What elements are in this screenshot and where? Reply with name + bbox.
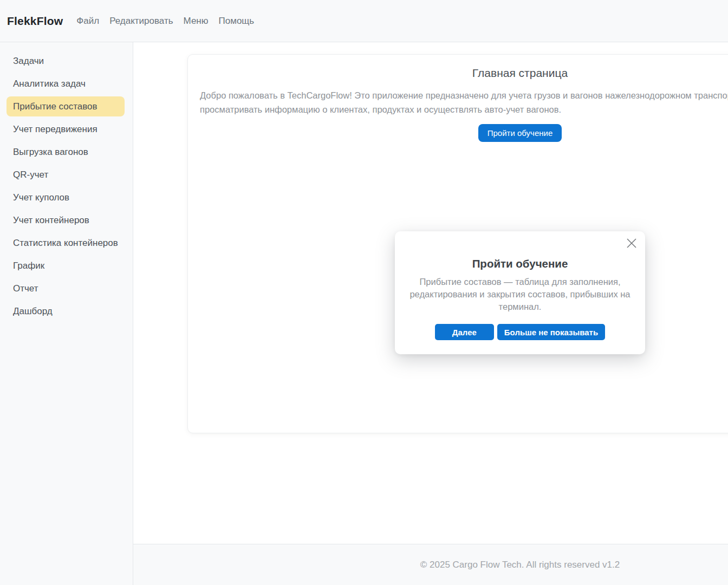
training-modal: Пройти обучение Прибытие составов — табл… <box>395 231 645 354</box>
sidebar-item-tasks[interactable]: Задачи <box>6 51 125 71</box>
modal-description-line: редактирования и закрытия составов, приб… <box>395 288 645 301</box>
dont-show-again-button[interactable]: Больше не показывать <box>497 324 605 340</box>
close-icon <box>626 237 638 249</box>
sidebar-item-task-analytics[interactable]: Аналитика задач <box>6 74 125 94</box>
sidebar-item-wagon-unloading[interactable]: Выгрузка вагонов <box>6 142 125 162</box>
modal-description: Прибытие составов — таблица для заполнен… <box>395 276 645 313</box>
start-training-button[interactable]: Пройти обучение <box>478 124 562 142</box>
copyright-text: © 2025 Cargo Flow Tech. All rights reser… <box>187 560 728 570</box>
sidebar-item-movement-log[interactable]: Учет передвижения <box>6 119 125 139</box>
sidebar-item-container-stats[interactable]: Статистика контейнеров <box>6 233 125 253</box>
menu-menu[interactable]: Меню <box>184 16 209 27</box>
menu-edit[interactable]: Редактировать <box>109 16 173 27</box>
app-window: FlekkFlow Файл Редактировать Меню Помощь… <box>0 0 728 585</box>
top-nav: Файл Редактировать Меню Помощь <box>76 16 254 27</box>
welcome-text-line: просматривать информацию о клиентах, про… <box>200 102 728 116</box>
welcome-text-line: Добро пожаловать в TechCargoFlow! Это пр… <box>200 88 728 102</box>
top-menu-bar: FlekkFlow Файл Редактировать Меню Помощь <box>0 0 728 42</box>
modal-title: Пройти обучение <box>395 231 645 270</box>
modal-buttons-row: Далее Больше не показывать <box>395 324 645 340</box>
modal-close-button[interactable] <box>625 236 639 250</box>
next-button[interactable]: Далее <box>435 324 494 340</box>
page-title: Главная страница <box>188 67 728 80</box>
sidebar-item-domes-log[interactable]: Учет куполов <box>6 187 125 207</box>
sidebar: Задачи Аналитика задач Прибытие составов… <box>0 42 133 585</box>
sidebar-item-report[interactable]: Отчет <box>6 278 125 298</box>
welcome-text: Добро пожаловать в TechCargoFlow! Это пр… <box>200 88 728 116</box>
menu-help[interactable]: Помощь <box>219 16 255 27</box>
sidebar-item-dashboard[interactable]: Дашборд <box>6 301 125 321</box>
app-logo: FlekkFlow <box>7 15 63 28</box>
sidebar-item-schedule[interactable]: График <box>6 256 125 276</box>
menu-file[interactable]: Файл <box>76 16 99 27</box>
sidebar-item-containers-log[interactable]: Учет контейнеров <box>6 210 125 230</box>
sidebar-item-qr-log[interactable]: QR-учет <box>6 165 125 185</box>
sidebar-item-train-arrivals[interactable]: Прибытие составов <box>6 96 125 116</box>
footer: © 2025 Cargo Flow Tech. All rights reser… <box>133 544 728 585</box>
modal-description-line: терминал. <box>395 301 645 313</box>
modal-description-line: Прибытие составов — таблица для заполнен… <box>395 276 645 288</box>
